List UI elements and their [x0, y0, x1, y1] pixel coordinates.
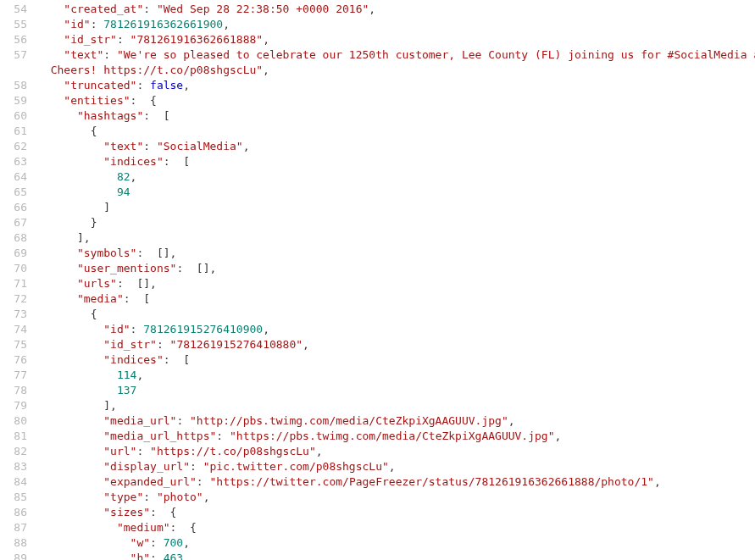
code-line: "id_str": "781261916362661888",	[37, 32, 755, 47]
line-number: 73	[0, 307, 27, 322]
code-line: "urls": [],	[37, 276, 755, 291]
line-number: 84	[0, 474, 27, 490]
code-line: 94	[37, 185, 755, 200]
line-number: 57	[0, 47, 27, 63]
line-number: 82	[0, 444, 27, 459]
code-line: "text": "We're so pleased to celebrate o…	[37, 47, 755, 63]
line-number: 71	[0, 276, 27, 291]
line-number: 77	[0, 368, 27, 383]
line-number: 80	[0, 413, 27, 429]
line-number: 56	[0, 32, 27, 47]
line-number: 64	[0, 169, 27, 185]
code-line: 137	[37, 383, 755, 398]
code-line: ],	[37, 230, 755, 246]
line-number: 85	[0, 490, 27, 505]
line-number: 66	[0, 200, 27, 215]
code-line: ],	[37, 398, 755, 413]
code-line: "media_url": "http://pbs.twimg.com/media…	[37, 413, 755, 429]
code-line: "user_mentions": [],	[37, 261, 755, 276]
line-number: 55	[0, 17, 27, 32]
code-line: "indices": [	[37, 352, 755, 368]
line-number: 89	[0, 551, 27, 560]
code-line: 114,	[37, 368, 755, 383]
line-number: 65	[0, 185, 27, 200]
code-line: "expanded_url": "https://twitter.com/Pag…	[37, 474, 755, 490]
code-line: "h": 463,	[37, 551, 755, 560]
code-line: "hashtags": [	[37, 108, 755, 124]
code-line: "sizes": {	[37, 505, 755, 520]
code-line: "truncated": false,	[37, 78, 755, 93]
code-line: 82,	[37, 169, 755, 185]
line-number: 61	[0, 124, 27, 139]
code-line: "media": [	[37, 291, 755, 307]
code-line: "text": "SocialMedia",	[37, 139, 755, 154]
code-line: Cheers! https://t.co/p08shgscLu",	[37, 63, 755, 78]
line-number: 67	[0, 215, 27, 230]
code-line: "media_url_https": "https://pbs.twimg.co…	[37, 429, 755, 444]
line-number: 58	[0, 78, 27, 93]
line-number: 76	[0, 352, 27, 368]
code-line: "type": "photo",	[37, 490, 755, 505]
code-line: "created_at": "Wed Sep 28 22:38:50 +0000…	[37, 2, 755, 17]
code-editor: 5455565758596061626364656667686970717273…	[0, 0, 755, 560]
code-line: "url": "https://t.co/p08shgscLu",	[37, 444, 755, 459]
line-number: 60	[0, 108, 27, 124]
line-number: 68	[0, 230, 27, 246]
line-number: 86	[0, 505, 27, 520]
line-number: 78	[0, 383, 27, 398]
code-line: "id": 781261916362661900,	[37, 17, 755, 32]
line-number: 88	[0, 535, 27, 551]
code-line: "entities": {	[37, 93, 755, 108]
line-number: 69	[0, 246, 27, 261]
code-line: "id_str": "781261915276410880",	[37, 337, 755, 352]
line-number: 75	[0, 337, 27, 352]
line-number: 72	[0, 291, 27, 307]
line-number: 87	[0, 520, 27, 535]
line-number: 54	[0, 2, 27, 17]
line-number: 74	[0, 322, 27, 337]
code-line: "id": 781261915276410900,	[37, 322, 755, 337]
code-line: }	[37, 215, 755, 230]
code-line: {	[37, 124, 755, 139]
line-number: 63	[0, 154, 27, 169]
line-number: 79	[0, 398, 27, 413]
code-line: "medium": {	[37, 520, 755, 535]
code-line: "w": 700,	[37, 535, 755, 551]
line-number: 59	[0, 93, 27, 108]
code-area[interactable]: "created_at": "Wed Sep 28 22:38:50 +0000…	[34, 0, 755, 560]
code-line: ]	[37, 200, 755, 215]
code-line: "indices": [	[37, 154, 755, 169]
line-number: 62	[0, 139, 27, 154]
code-line: {	[37, 307, 755, 322]
line-number: 83	[0, 459, 27, 474]
line-number: 81	[0, 429, 27, 444]
line-number: 70	[0, 261, 27, 276]
code-line: "symbols": [],	[37, 246, 755, 261]
line-number-gutter: 5455565758596061626364656667686970717273…	[0, 0, 34, 560]
code-line: "display_url": "pic.twitter.com/p08shgsc…	[37, 459, 755, 474]
line-number-continuation	[0, 63, 27, 78]
